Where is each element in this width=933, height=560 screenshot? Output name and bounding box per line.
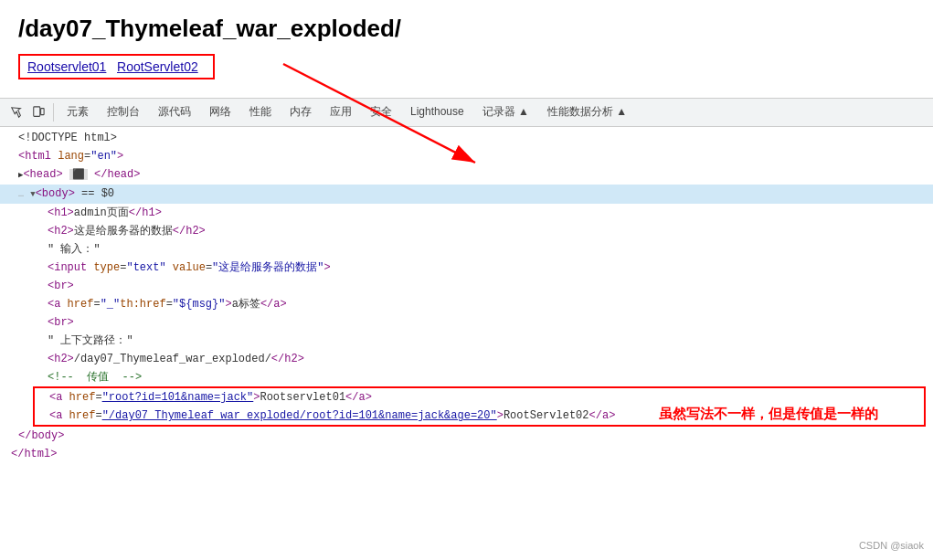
code-line-input-label: " 输入：": [0, 240, 933, 259]
page-title: /day07_Thymeleaf_war_exploded/: [18, 15, 915, 43]
svg-rect-2: [34, 107, 40, 117]
tab-performance[interactable]: 性能: [240, 98, 281, 127]
svg-rect-3: [41, 109, 45, 115]
rootservlet01-link[interactable]: Rootservlet01: [27, 59, 106, 74]
toolbar-separator: [53, 103, 54, 122]
code-line-br2: <br>: [0, 313, 933, 332]
tab-elements[interactable]: 元素: [58, 98, 98, 127]
code-line-text-path: " 上下文路径：": [0, 332, 933, 350]
code-line-root1: <a href="root?id=101&name=jack">Rootserv…: [35, 388, 924, 407]
tab-perf-insights[interactable]: 性能数据分析 ▲: [538, 98, 636, 127]
tab-memory[interactable]: 内存: [281, 98, 321, 127]
tab-network[interactable]: 网络: [200, 98, 240, 127]
main-container: /day07_Thymeleaf_war_exploded/ Rootservl…: [0, 0, 933, 465]
code-line-br1: <br>: [0, 277, 933, 295]
code-line-html-close: </html>: [0, 445, 933, 463]
top-content: /day07_Thymeleaf_war_exploded/ Rootservl…: [0, 0, 933, 98]
code-line-a: <a href="_"th:href="${msg}">a标签</a>: [0, 295, 933, 313]
code-line-h1: <h1>admin页面</h1>: [0, 204, 933, 222]
code-line-html: <html lang="en">: [0, 147, 933, 165]
tab-console[interactable]: 控制台: [98, 98, 149, 127]
code-line-input: <input type="text" value="这是给服务器的数据">: [0, 259, 933, 277]
link-box: Rootservlet01 RootServlet02: [18, 54, 215, 79]
code-line-body: … ▼<body> == $0: [0, 185, 933, 204]
annotation-text: 虽然写法不一样，但是传值是一样的: [659, 406, 878, 423]
code-line-h2-data: <h2>这是给服务器的数据</h2>: [0, 222, 933, 240]
code-line-doctype: <!DOCTYPE html>: [0, 129, 933, 147]
tab-security[interactable]: 安全: [361, 98, 401, 127]
tab-sources[interactable]: 源代码: [149, 98, 200, 127]
rootservlet02-link[interactable]: RootServlet02: [117, 59, 198, 74]
code-line-h2-path: <h2>/day07_Thymeleaf_war_exploded/</h2>: [0, 350, 933, 368]
tab-lighthouse[interactable]: Lighthouse: [401, 98, 473, 127]
inspect-icon[interactable]: [5, 101, 27, 123]
devtools-toolbar: 元素 控制台 源代码 网络 性能 内存 应用 安全 Lighthouse 记录器…: [0, 98, 933, 127]
tab-recorder[interactable]: 记录器 ▲: [473, 98, 538, 127]
code-line-comment: <!-- 传值 -->: [0, 368, 933, 386]
code-line-head: ▶<head> ⬛ </head>: [0, 165, 933, 185]
code-line-body-close: </body>: [0, 427, 933, 445]
tab-application[interactable]: 应用: [321, 98, 361, 127]
device-icon[interactable]: [27, 101, 49, 123]
